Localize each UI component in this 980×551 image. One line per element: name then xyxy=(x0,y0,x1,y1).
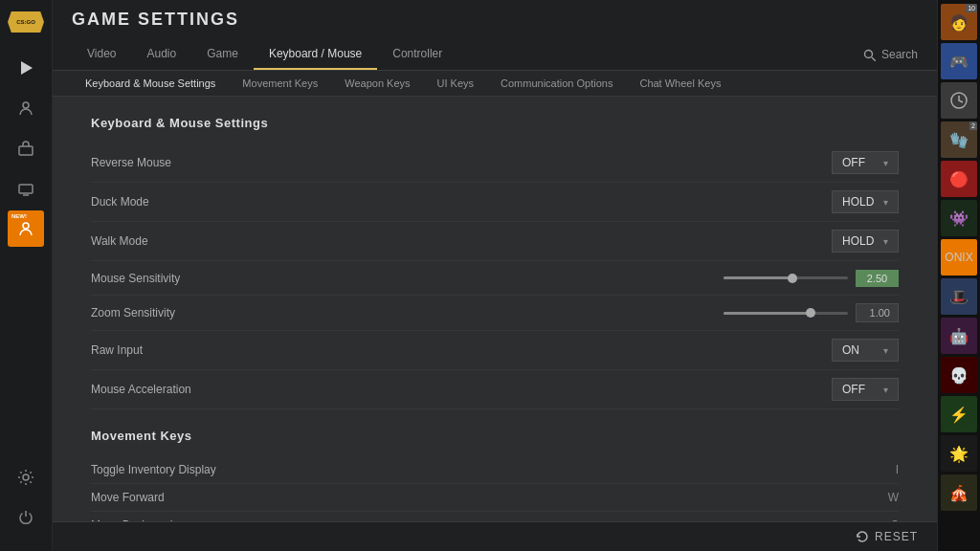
mouse-acceleration-dropdown[interactable]: OFF ▾ xyxy=(832,378,899,401)
raw-input-value: ON xyxy=(842,343,859,357)
tab-controller[interactable]: Controller xyxy=(377,39,457,70)
avatar-5[interactable]: 🔴 xyxy=(941,161,977,197)
mouse-sensitivity-value[interactable]: 2.50 xyxy=(856,270,899,287)
mouse-sensitivity-thumb[interactable] xyxy=(788,274,797,283)
zoom-sensitivity-fill xyxy=(724,312,811,315)
sub-tab-movement-keys[interactable]: Movement Keys xyxy=(229,71,331,96)
avatar-11-img: ⚡ xyxy=(941,396,977,432)
chevron-down-icon-2: ▾ xyxy=(883,197,888,208)
nav-search[interactable]: Search xyxy=(863,48,918,61)
avatar-13-img: 🎪 xyxy=(941,474,977,511)
raw-input-label: Raw Input xyxy=(91,343,282,357)
walk-mode-label: Walk Mode xyxy=(91,234,282,248)
svg-line-8 xyxy=(872,57,876,61)
header: GAME SETTINGS Video Audio Game Keyboard … xyxy=(53,0,937,71)
svg-point-5 xyxy=(23,223,29,229)
svg-point-6 xyxy=(23,474,29,480)
avatar-4[interactable]: 🧤 2 xyxy=(941,121,977,158)
sidebar-btn-shop[interactable] xyxy=(8,130,44,166)
avatar-8[interactable]: 🎩 xyxy=(941,278,977,315)
mouse-sensitivity-track[interactable] xyxy=(724,276,848,279)
move-forward-key[interactable]: W xyxy=(860,491,899,504)
chevron-down-icon-4: ▾ xyxy=(883,345,888,356)
key-binding-move-backward: Move Backward S xyxy=(91,512,899,521)
tab-video[interactable]: Video xyxy=(72,39,131,70)
sidebar-btn-power[interactable] xyxy=(8,499,44,536)
mouse-acceleration-value: OFF xyxy=(842,383,865,396)
sidebar-btn-settings[interactable] xyxy=(8,459,44,496)
key-binding-toggle-inventory: Toggle Inventory Display I xyxy=(91,456,899,484)
walk-mode-dropdown[interactable]: HOLD ▾ xyxy=(832,230,899,253)
footer: RESET xyxy=(53,521,937,551)
mouse-sensitivity-fill xyxy=(724,276,792,279)
reverse-mouse-control: OFF ▾ xyxy=(832,151,899,174)
main-panel: GAME SETTINGS Video Audio Game Keyboard … xyxy=(53,0,937,551)
avatar-13[interactable]: 🎪 xyxy=(941,474,977,511)
avatar-2-img: 🎮 xyxy=(941,43,977,79)
avatars-bar: 🧑 10 🎮 🧤 2 🔴 👾 ONIX 🎩 🤖 💀 ⚡ 🌟 🎪 xyxy=(937,0,980,551)
avatar-7-img: ONIX xyxy=(941,239,977,276)
svg-rect-2 xyxy=(19,146,33,155)
sub-tab-kb-mouse-settings[interactable]: Keyboard & Mouse Settings xyxy=(72,71,229,96)
avatar-11[interactable]: ⚡ xyxy=(941,396,977,432)
reset-button[interactable]: RESET xyxy=(856,530,918,543)
setting-row-raw-input: Raw Input ON ▾ xyxy=(91,331,899,370)
movement-keys-title: Movement Keys xyxy=(91,429,899,443)
avatar-6[interactable]: 👾 xyxy=(941,200,977,236)
raw-input-control: ON ▾ xyxy=(832,339,899,362)
avatar-7[interactable]: ONIX xyxy=(941,239,977,276)
chevron-down-icon: ▾ xyxy=(883,158,888,168)
zoom-sensitivity-track[interactable] xyxy=(724,312,848,315)
key-binding-move-forward: Move Forward W xyxy=(91,484,899,512)
tab-keyboard-mouse[interactable]: Keyboard / Mouse xyxy=(254,39,377,70)
raw-input-dropdown[interactable]: ON ▾ xyxy=(832,339,899,362)
tab-audio[interactable]: Audio xyxy=(131,39,191,70)
reverse-mouse-label: Reverse Mouse xyxy=(91,156,282,169)
mouse-acceleration-control: OFF ▾ xyxy=(832,378,899,401)
sub-tabs: Keyboard & Mouse Settings Movement Keys … xyxy=(53,71,937,97)
sidebar-btn-friends[interactable] xyxy=(8,90,44,126)
avatar-9[interactable]: 🤖 xyxy=(941,318,977,354)
zoom-sensitivity-value[interactable]: 1.00 xyxy=(856,303,899,322)
logo-shape: CS:GO xyxy=(8,11,44,33)
setting-row-zoom-sensitivity: Zoom Sensitivity 1.00 xyxy=(91,296,899,331)
avatar-9-img: 🤖 xyxy=(941,318,977,354)
duck-mode-label: Duck Mode xyxy=(91,195,282,209)
zoom-sensitivity-thumb[interactable] xyxy=(806,308,815,318)
setting-row-mouse-sensitivity: Mouse Sensitivity 2.50 xyxy=(91,261,899,296)
svg-rect-3 xyxy=(19,185,33,193)
avatar-1[interactable]: 🧑 10 xyxy=(941,4,977,40)
sub-tab-chat-wheel-keys[interactable]: Chat Wheel Keys xyxy=(626,71,734,96)
setting-row-duck-mode: Duck Mode HOLD ▾ xyxy=(91,183,899,222)
toggle-inventory-key[interactable]: I xyxy=(860,463,899,476)
duck-mode-value: HOLD xyxy=(842,195,874,209)
avatar-8-img: 🎩 xyxy=(941,278,977,315)
reset-label: RESET xyxy=(875,530,918,543)
sub-tab-ui-keys[interactable]: UI Keys xyxy=(424,71,488,96)
sub-tab-weapon-keys[interactable]: Weapon Keys xyxy=(331,71,423,96)
walk-mode-value: HOLD xyxy=(842,234,874,248)
duck-mode-control: HOLD ▾ xyxy=(832,190,899,213)
avatar-12[interactable]: 🌟 xyxy=(941,435,977,472)
sidebar-btn-play[interactable] xyxy=(8,50,44,86)
page-title: GAME SETTINGS xyxy=(72,10,918,30)
mouse-sensitivity-label: Mouse Sensitivity xyxy=(91,272,282,285)
avatar-1-badge: 10 xyxy=(966,4,977,12)
chevron-down-icon-5: ▾ xyxy=(883,385,888,395)
svg-point-1 xyxy=(23,102,29,108)
walk-mode-control: HOLD ▾ xyxy=(832,230,899,253)
avatar-4-badge: 2 xyxy=(969,121,977,130)
avatar-12-img: 🌟 xyxy=(941,435,977,472)
avatar-2[interactable]: 🎮 xyxy=(941,43,977,79)
setting-row-mouse-acceleration: Mouse Acceleration OFF ▾ xyxy=(91,370,899,409)
sidebar-btn-tv[interactable] xyxy=(8,170,44,207)
avatar-10[interactable]: 💀 xyxy=(941,357,977,393)
csgo-logo: CS:GO xyxy=(7,8,45,36)
tab-game[interactable]: Game xyxy=(191,39,254,70)
sub-tab-communication-options[interactable]: Communication Options xyxy=(487,71,626,96)
sidebar-btn-new[interactable]: NEW! xyxy=(8,210,44,247)
avatar-3[interactable] xyxy=(941,82,977,119)
toggle-inventory-label: Toggle Inventory Display xyxy=(91,463,860,476)
reverse-mouse-dropdown[interactable]: OFF ▾ xyxy=(832,151,899,174)
duck-mode-dropdown[interactable]: HOLD ▾ xyxy=(832,190,899,213)
